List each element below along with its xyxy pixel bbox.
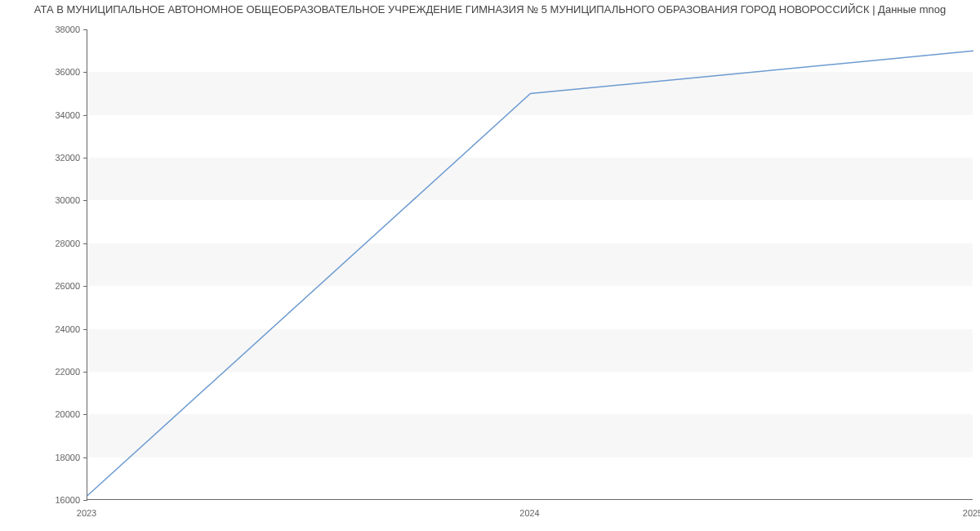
- y-tick-mark: [83, 200, 87, 201]
- y-tick-mark: [83, 243, 87, 244]
- y-tick-label: 26000: [39, 281, 80, 291]
- y-tick-mark: [83, 457, 87, 458]
- y-tick-label: 20000: [39, 409, 80, 419]
- x-tick-label: 2023: [77, 508, 96, 518]
- y-tick-label: 30000: [39, 195, 80, 205]
- y-tick-label: 38000: [39, 25, 80, 34]
- y-tick-mark: [83, 158, 87, 158]
- y-tick-label: 24000: [39, 324, 80, 334]
- y-tick-mark: [83, 372, 87, 373]
- y-tick-label: 34000: [39, 110, 80, 120]
- plot-area: [87, 29, 973, 500]
- x-tick-label: 2025: [963, 508, 980, 518]
- y-tick-mark: [83, 414, 87, 415]
- y-tick-label: 16000: [39, 495, 80, 505]
- y-tick-mark: [83, 286, 87, 287]
- y-tick-label: 32000: [39, 153, 80, 163]
- line-svg: [87, 29, 973, 500]
- y-tick-mark: [83, 115, 87, 116]
- x-tick-label: 2024: [519, 508, 539, 518]
- data-line: [87, 51, 973, 496]
- y-tick-label: 36000: [39, 67, 80, 77]
- y-tick-mark: [83, 329, 87, 330]
- chart-container: 1600018000200002200024000260002800030000…: [0, 0, 980, 531]
- y-tick-label: 28000: [39, 239, 80, 248]
- y-tick-mark: [83, 29, 87, 30]
- y-tick-mark: [83, 72, 87, 73]
- y-tick-label: 22000: [39, 367, 80, 377]
- y-tick-mark: [83, 500, 87, 501]
- y-tick-label: 18000: [39, 453, 80, 462]
